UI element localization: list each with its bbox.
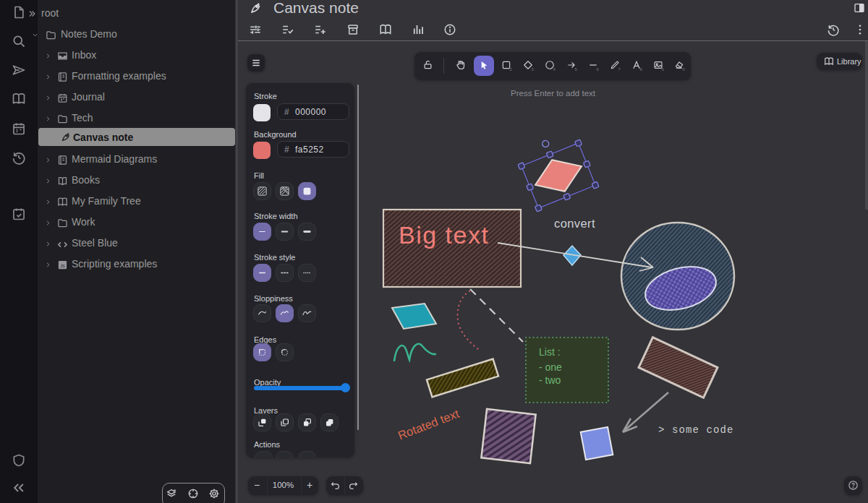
svg-text:JS: JS — [60, 264, 65, 268]
